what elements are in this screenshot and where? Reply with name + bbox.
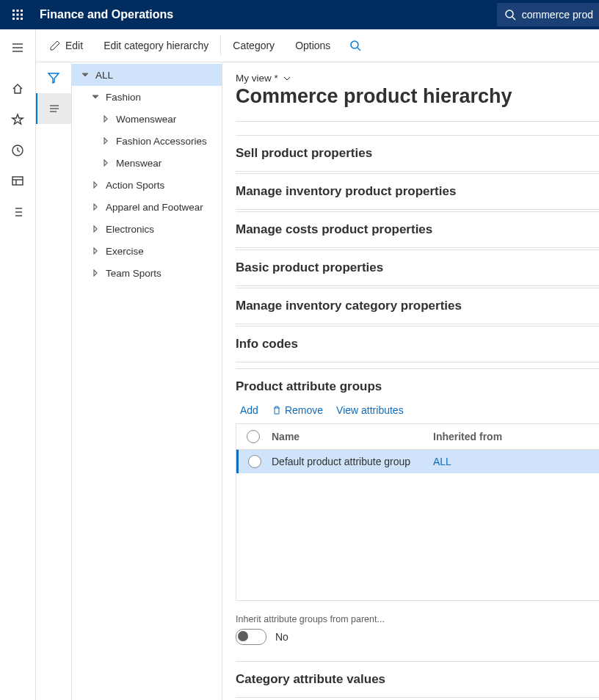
col-inherited[interactable]: Inherited from [432, 431, 599, 442]
row-select-radio[interactable] [248, 455, 261, 468]
add-button[interactable]: Add [240, 404, 258, 416]
edit-label: Edit [65, 40, 83, 51]
table-row[interactable]: Default product attribute group ALL [236, 450, 599, 473]
filter-list-icon[interactable] [36, 93, 71, 124]
collapse-icon[interactable] [90, 91, 101, 103]
page-title: Commerce product hierarchy [236, 85, 599, 108]
nav-recent-icon[interactable] [0, 135, 35, 166]
tree-node-all[interactable]: ALL [72, 64, 222, 86]
tree-label: Apparel and Footwear [106, 202, 203, 213]
page-search-icon[interactable] [341, 40, 370, 51]
nav-modules-icon[interactable] [0, 197, 35, 227]
app-launcher[interactable] [0, 0, 35, 29]
category-tree: ALL Fashion Womenswear Fashion Accessori… [72, 62, 222, 700]
svg-rect-8 [21, 18, 23, 20]
section-inventory-props[interactable]: Manage inventory product properties [236, 173, 599, 210]
tree-node-electronics[interactable]: Electronics [72, 218, 222, 240]
filter-funnel-icon[interactable] [36, 62, 71, 93]
section-info-codes[interactable]: Info codes [236, 326, 599, 362]
global-search-text: commerce prod [522, 9, 593, 21]
svg-rect-1 [17, 10, 19, 12]
select-all-radio[interactable] [247, 430, 260, 443]
inherit-toggle[interactable] [236, 629, 266, 645]
nav-rail [0, 29, 36, 700]
nav-workspaces-icon[interactable] [0, 166, 35, 197]
svg-rect-7 [17, 18, 19, 20]
section-pag-header[interactable]: Product attribute groups [236, 379, 599, 394]
row-inherited-link[interactable]: ALL [433, 456, 451, 467]
detail-pane: My view * Commerce product hierarchy Sel… [222, 62, 599, 700]
pag-grid: Name Inherited from Default product attr… [236, 423, 599, 601]
tree-label: Fashion [106, 92, 141, 103]
grid-header: Name Inherited from [236, 424, 599, 450]
section-inventory-cat-props[interactable]: Manage inventory category properties [236, 288, 599, 324]
inherit-field-label: Inherit attribute groups from parent... [236, 614, 599, 624]
tree-node-fashion-accessories[interactable]: Fashion Accessories [72, 130, 222, 152]
edit-button[interactable]: Edit [39, 29, 93, 62]
section-sell-props[interactable]: Sell product properties [236, 135, 599, 172]
inherit-toggle-text: No [275, 631, 288, 643]
nav-favorites-icon[interactable] [0, 104, 35, 135]
tree-label: Team Sports [106, 268, 161, 279]
expand-icon[interactable] [90, 223, 101, 235]
edit-hierarchy-label: Edit category hierarchy [104, 40, 208, 51]
view-picker-label: My view * [236, 73, 278, 84]
tree-label: ALL [95, 70, 113, 81]
nav-hamburger[interactable] [0, 32, 35, 63]
tab-category-label: Category [233, 40, 275, 51]
tree-label: Electronics [106, 224, 154, 235]
tree-node-menswear[interactable]: Menswear [72, 152, 222, 174]
expand-icon[interactable] [90, 267, 101, 279]
svg-rect-2 [21, 10, 23, 12]
tree-label: Womenswear [116, 114, 176, 125]
svg-rect-0 [12, 10, 15, 12]
tree-node-apparel-footwear[interactable]: Apparel and Footwear [72, 196, 222, 218]
tab-options-label: Options [295, 40, 330, 51]
pag-toolbar: Add Remove View attributes [236, 404, 599, 416]
section-cost-props[interactable]: Manage costs product properties [236, 211, 599, 248]
col-name[interactable]: Name [270, 431, 432, 442]
expand-icon[interactable] [100, 157, 112, 169]
expand-icon[interactable] [100, 135, 112, 147]
divider [220, 36, 221, 55]
expand-icon[interactable] [90, 179, 101, 191]
filter-column [36, 62, 72, 700]
tree-label: Action Sports [106, 180, 164, 191]
svg-rect-6 [12, 18, 15, 20]
global-search[interactable]: commerce prod [497, 3, 599, 26]
tree-node-womenswear[interactable]: Womenswear [72, 108, 222, 130]
tree-node-action-sports[interactable]: Action Sports [72, 174, 222, 196]
section-category-attr-values[interactable]: Category attribute values [236, 661, 599, 698]
nav-home-icon[interactable] [0, 73, 35, 104]
svg-rect-3 [12, 14, 15, 16]
remove-button[interactable]: Remove [272, 404, 323, 416]
view-picker[interactable]: My view * [236, 73, 599, 84]
expand-icon[interactable] [90, 245, 101, 257]
tree-label: Menswear [116, 158, 161, 169]
app-title: Finance and Operations [40, 8, 173, 21]
tab-category[interactable]: Category [222, 29, 285, 62]
svg-rect-4 [17, 14, 19, 16]
section-product-attribute-groups: Product attribute groups Add Remove View… [236, 368, 599, 645]
tree-label: Fashion Accessories [116, 136, 207, 147]
svg-line-10 [512, 17, 515, 20]
svg-point-24 [351, 41, 358, 48]
svg-point-9 [506, 10, 513, 18]
expand-icon[interactable] [100, 113, 112, 125]
section-basic-props[interactable]: Basic product properties [236, 249, 599, 286]
command-bar: Edit Edit category hierarchy Category Op… [36, 29, 599, 62]
svg-line-25 [357, 48, 360, 51]
view-attributes-button[interactable]: View attributes [336, 404, 404, 416]
edit-hierarchy-button[interactable]: Edit category hierarchy [93, 29, 219, 62]
expand-icon[interactable] [90, 201, 101, 213]
remove-label: Remove [285, 404, 323, 416]
tree-node-team-sports[interactable]: Team Sports [72, 262, 222, 284]
svg-rect-5 [21, 14, 23, 16]
tree-node-fashion[interactable]: Fashion [72, 86, 222, 108]
tree-label: Exercise [106, 246, 144, 257]
collapse-icon[interactable] [79, 69, 91, 81]
tree-node-exercise[interactable]: Exercise [72, 240, 222, 262]
svg-rect-15 [12, 177, 23, 185]
row-name: Default product attribute group [270, 456, 432, 467]
tab-options[interactable]: Options [285, 29, 341, 62]
